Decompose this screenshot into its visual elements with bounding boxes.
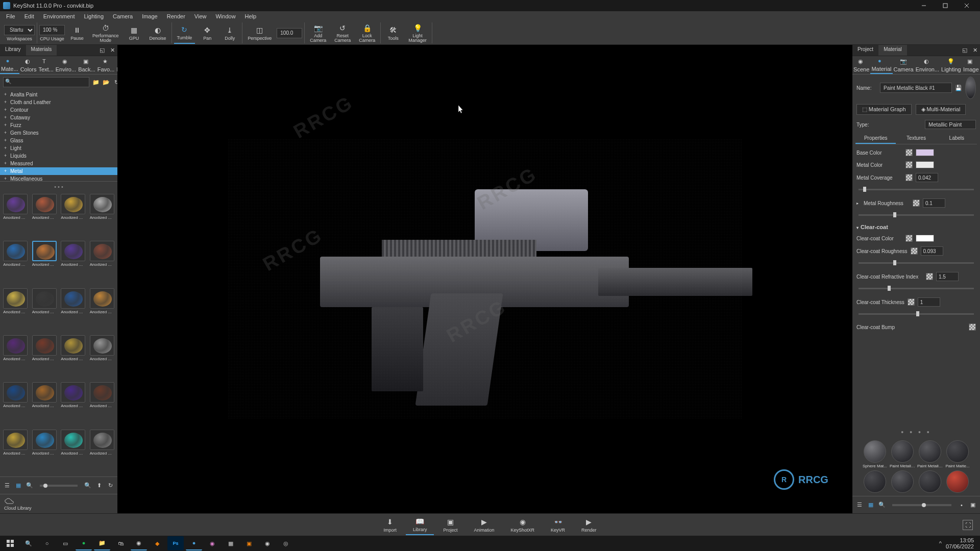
metal-roughness-slider[interactable] [859,214,974,216]
material-swatch-16[interactable]: Anodized Al... [2,382,29,427]
search-taskbar-icon[interactable]: 🔍 [20,536,37,550]
category-liquids[interactable]: Liquids [0,152,117,160]
cc-rough-texture-icon[interactable] [911,247,918,255]
close-button[interactable] [957,1,977,11]
expand-icon[interactable]: ▸ [856,201,859,206]
preview-material-3[interactable]: Paint Matte... [945,440,970,468]
explorer-icon[interactable]: 📁 [94,536,110,550]
project-subtab-material[interactable]: ●Material [870,56,892,74]
material-swatch-4[interactable]: Anodized Al... [2,241,29,286]
cc-color-texture-icon[interactable] [905,235,913,242]
add-material-icon[interactable]: • [958,501,966,509]
metal-roughness-input[interactable] [923,198,945,208]
material-swatch-1[interactable]: Anodized Al... [31,194,58,239]
material-swatch-9[interactable]: Anodized Al... [31,288,58,333]
metal-roughness-texture-icon[interactable] [913,199,920,207]
project-subtab-environ...[interactable]: ◐Environ... [915,56,940,74]
menu-view[interactable]: View [190,12,211,20]
cc-thick-slider[interactable] [859,313,974,315]
bottom-library[interactable]: 📖Library [406,515,434,535]
menu-camera[interactable]: Camera [109,12,137,20]
category-measured[interactable]: Measured [0,160,117,167]
perspective-button[interactable]: ◫Perspective [244,22,275,44]
grid-view-icon-r[interactable]: ▦ [867,501,875,509]
menu-window[interactable]: Window [211,12,239,20]
cc-ri-slider[interactable] [859,288,974,289]
metal-color-swatch[interactable] [916,161,934,168]
library-subtab-0[interactable]: ●Mate... [0,56,19,74]
store-icon[interactable]: 🛍 [112,536,129,550]
zoom-out-icon[interactable]: 🔍 [84,482,92,490]
cc-color-swatch[interactable] [916,235,934,242]
material-swatch-22[interactable]: Anodized Al... [60,430,87,474]
preview-material-2[interactable]: Paint Metalli... [917,440,943,468]
tree-resize-icon[interactable]: • • • [0,182,117,192]
project-subtab-lighting[interactable]: 💡Lighting [940,56,962,74]
menu-image[interactable]: Image [138,12,162,20]
preview-material-5[interactable] [890,470,915,493]
preview-material-0[interactable]: Sphere Mat... [862,440,888,468]
material-swatch-20[interactable]: Anodized Al... [2,430,29,474]
cc-ri-input[interactable] [936,272,959,281]
bottom-import[interactable]: ⬇Import [376,515,404,535]
viewport[interactable]: RRCG RRCG RRCG RRCG R RRCG [117,45,852,513]
material-swatch-15[interactable]: Anodized Al... [89,335,116,380]
cc-rough-input[interactable] [921,246,943,256]
project-subtab-scene[interactable]: ◉Scene [852,56,870,74]
base-color-texture-icon[interactable] [905,149,913,156]
category-glass[interactable]: Glass [0,137,117,144]
keyshot-taskbar-icon[interactable]: ● [186,536,202,550]
lock-camera-button[interactable]: 🔒Lock Camera [356,22,378,44]
app-icon-1[interactable]: ◉ [204,536,220,550]
material-swatch-6[interactable]: Anodized Al... [60,241,87,286]
material-swatch-10[interactable]: Anodized Al... [60,288,87,333]
menu-environment[interactable]: Environment [39,12,79,20]
performance-mode-button[interactable]: ⏱Performance Mode [89,22,122,44]
menu-edit[interactable]: Edit [20,12,38,20]
cc-ri-texture-icon[interactable] [926,273,933,280]
fullscreen-icon[interactable]: ⛶ [963,520,973,530]
app-icon-3[interactable]: ▣ [241,536,257,550]
folder-icon[interactable]: 📁 [91,78,101,87]
library-subtab-4[interactable]: ▣Back... [77,56,96,74]
dock-right-icon[interactable]: ◱ [960,45,970,55]
start-button[interactable] [2,536,18,550]
tray-chevron-icon[interactable]: ^ [939,540,942,546]
preview-material-7[interactable] [945,470,970,493]
category-miscellaneous[interactable]: Miscellaneous [0,175,117,182]
taskbar-time[interactable]: 13:05 [960,537,974,543]
material-swatch-23[interactable]: Anodized Al... [89,430,116,474]
minimize-button[interactable] [914,1,934,11]
list-view-icon[interactable]: ☰ [3,482,11,490]
material-search-input[interactable] [3,77,89,87]
close-panel-icon[interactable]: ✕ [107,45,117,55]
material-type-dropdown[interactable]: Metallic Paint [925,120,976,129]
workspace-dropdown[interactable]: Startup [4,25,35,35]
library-tab[interactable]: Library [0,45,26,56]
bottom-project[interactable]: ▣Project [436,515,464,535]
gpu-button[interactable]: ▦GPU [124,22,144,44]
refresh-footer-icon[interactable]: ↻ [106,482,114,490]
preview-material-4[interactable] [862,470,888,493]
material-panel-tab[interactable]: Material [878,45,907,56]
list-view-icon-r[interactable]: ☰ [855,501,864,509]
material-swatch-19[interactable]: Anodized Al... [89,382,116,427]
folder-add-icon[interactable]: 📂 [102,78,111,87]
obs-icon[interactable]: ◉ [259,536,276,550]
material-swatch-3[interactable]: Anodized Al... [89,194,116,239]
bottom-render[interactable]: ▶Render [574,515,604,535]
metal-coverage-input[interactable] [916,173,938,182]
material-graph-button[interactable]: ⬚ Material Graph [856,104,912,115]
category-gem-stones[interactable]: Gem Stones [0,129,117,137]
cc-bump-texture-icon[interactable] [969,323,976,331]
menu-lighting[interactable]: Lighting [80,12,108,20]
search-icon-r[interactable]: 🔍 [878,501,886,509]
bottom-keyshotxr[interactable]: ◉KeyShotXR [504,515,542,535]
cortana-icon[interactable]: ○ [39,536,55,550]
category-light[interactable]: Light [0,144,117,152]
material-swatch-11[interactable]: Anodized Al... [89,288,116,333]
save-material-icon[interactable]: 💾 [955,84,962,92]
light-manager-button[interactable]: 💡Light Manager [405,22,430,44]
preview-material-1[interactable]: Paint Metalli... [890,440,915,468]
materials-tab[interactable]: Materials [26,45,57,56]
